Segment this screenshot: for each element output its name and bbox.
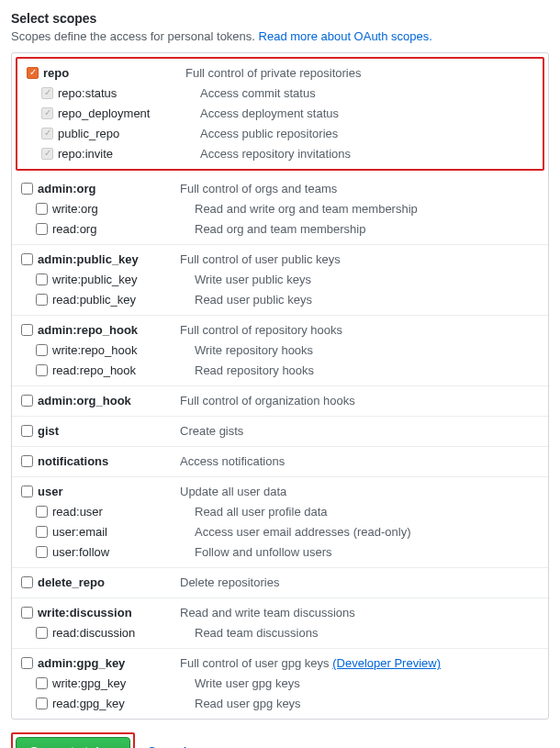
- scope-checkbox[interactable]: [36, 274, 48, 285]
- scope-checkbox[interactable]: [21, 657, 33, 669]
- checkbox-wrap: [36, 344, 52, 356]
- scope-checkbox[interactable]: [21, 425, 33, 437]
- checkbox-wrap: [36, 506, 52, 518]
- scope-checkbox[interactable]: [21, 183, 33, 195]
- scope-name: admin:repo_hook: [38, 323, 180, 337]
- checkbox-wrap: [36, 223, 52, 235]
- scope-name: read:discussion: [52, 626, 195, 640]
- scope-checkbox[interactable]: [36, 677, 48, 689]
- checkbox-wrap: [36, 526, 52, 538]
- scope-row: read:discussionRead team discussions: [12, 622, 548, 642]
- scope-checkbox[interactable]: [36, 526, 48, 538]
- checkbox-wrap: [21, 486, 38, 497]
- scope-desc: Write user gpg keys: [195, 676, 539, 690]
- scope-name: repo: [43, 66, 185, 80]
- scope-checkbox[interactable]: [21, 607, 33, 619]
- scope-checkbox[interactable]: ✓: [41, 148, 53, 160]
- scope-checkbox[interactable]: [21, 486, 33, 497]
- checkbox-wrap: [36, 627, 52, 639]
- scope-checkbox[interactable]: [36, 506, 48, 518]
- scope-row: write:repo_hookWrite repository hooks: [12, 340, 548, 360]
- checkbox-wrap: [21, 657, 38, 669]
- scope-row: admin:orgFull control of orgs and teams: [12, 178, 548, 198]
- scope-row: admin:public_keyFull control of user pub…: [12, 249, 548, 269]
- scope-checkbox[interactable]: [21, 395, 33, 407]
- scope-desc: Access commit status: [200, 86, 533, 100]
- scope-group: admin:org_hookFull control of organizati…: [12, 386, 548, 417]
- scope-name: admin:public_key: [38, 252, 180, 266]
- scope-name: write:org: [52, 202, 195, 216]
- scope-checkbox[interactable]: [36, 223, 48, 235]
- scope-name: read:repo_hook: [52, 363, 195, 377]
- scope-row: read:gpg_keyRead user gpg keys: [12, 693, 548, 713]
- developer-preview-link[interactable]: (Developer Preview): [332, 656, 441, 670]
- scope-desc: Access deployment status: [200, 106, 533, 120]
- scope-checkbox[interactable]: [21, 576, 33, 588]
- scope-row: read:public_keyRead user public keys: [12, 289, 548, 309]
- scope-row: write:orgRead and write org and team mem…: [12, 198, 548, 218]
- scope-row: write:gpg_keyWrite user gpg keys: [12, 673, 548, 693]
- scope-desc: Create gists: [180, 424, 539, 438]
- scope-name: read:public_key: [52, 293, 195, 307]
- scope-name: write:public_key: [52, 273, 195, 286]
- checkbox-wrap: ✓: [41, 107, 58, 119]
- footer: Generate token Cancel: [11, 732, 549, 748]
- scope-checkbox[interactable]: [36, 364, 48, 376]
- scope-desc: Read all user profile data: [195, 505, 539, 519]
- scope-name: repo:invite: [58, 147, 200, 161]
- scope-group: admin:repo_hookFull control of repositor…: [12, 316, 548, 386]
- checkbox-wrap: ✓: [41, 87, 58, 99]
- scope-desc: Update all user data: [180, 485, 539, 498]
- scope-checkbox[interactable]: [21, 455, 33, 467]
- scope-row: notificationsAccess notifications: [12, 451, 548, 471]
- scope-checkbox[interactable]: [21, 253, 33, 265]
- scope-checkbox[interactable]: [36, 344, 48, 356]
- scope-name: gist: [38, 424, 180, 438]
- checkbox-wrap: ✓: [27, 67, 43, 79]
- scope-checkbox[interactable]: ✓: [41, 107, 53, 119]
- scope-desc: Read user public keys: [195, 293, 539, 307]
- scope-group: gistCreate gists: [12, 417, 548, 447]
- scope-name: notifications: [38, 454, 180, 468]
- scope-name: admin:org_hook: [38, 394, 180, 407]
- scope-checkbox[interactable]: [21, 324, 33, 336]
- scope-name: public_repo: [58, 127, 200, 140]
- checkbox-wrap: [36, 546, 52, 558]
- checkbox-wrap: [36, 698, 52, 709]
- checkbox-wrap: [36, 294, 52, 306]
- scope-desc: Read repository hooks: [195, 363, 539, 377]
- scope-checkbox[interactable]: [36, 294, 48, 306]
- checkbox-wrap: ✓: [41, 148, 58, 160]
- oauth-docs-link[interactable]: Read more about OAuth scopes.: [259, 29, 432, 43]
- scope-group: write:discussionRead and write team disc…: [12, 598, 548, 649]
- scope-checkbox[interactable]: [36, 203, 48, 215]
- scope-row: ✓repo:inviteAccess repository invitation…: [17, 143, 543, 163]
- scope-name: user: [38, 485, 180, 498]
- scope-checkbox[interactable]: ✓: [27, 67, 39, 79]
- scope-desc: Full control of user public keys: [180, 252, 539, 266]
- scope-checkbox[interactable]: [36, 698, 48, 709]
- scope-checkbox[interactable]: [36, 627, 48, 639]
- scope-name: user:follow: [52, 545, 195, 559]
- scope-name: admin:gpg_key: [38, 656, 180, 670]
- scope-name: repo_deployment: [58, 106, 200, 120]
- scope-desc: Access user email addresses (read-only): [195, 525, 539, 539]
- scope-checkbox[interactable]: [36, 546, 48, 558]
- checkbox-wrap: [36, 677, 52, 689]
- checkbox-wrap: [36, 364, 52, 376]
- scope-name: write:gpg_key: [52, 676, 195, 690]
- checkbox-wrap: [21, 253, 38, 265]
- scope-group: delete_repoDelete repositories: [12, 568, 548, 598]
- scope-row: admin:org_hookFull control of organizati…: [12, 390, 548, 410]
- scope-checkbox[interactable]: ✓: [41, 128, 53, 140]
- scope-desc: Full control of orgs and teams: [180, 182, 539, 195]
- scope-name: write:discussion: [38, 606, 180, 620]
- scope-checkbox[interactable]: ✓: [41, 87, 53, 99]
- checkbox-wrap: [21, 607, 38, 619]
- cancel-button[interactable]: Cancel: [148, 744, 187, 748]
- generate-token-button[interactable]: Generate token: [16, 737, 130, 748]
- scope-group: admin:orgFull control of orgs and teamsw…: [12, 174, 548, 245]
- checkbox-wrap: [36, 274, 52, 285]
- scope-row: ✓repoFull control of private repositorie…: [17, 62, 543, 83]
- scope-name: user:email: [52, 525, 195, 539]
